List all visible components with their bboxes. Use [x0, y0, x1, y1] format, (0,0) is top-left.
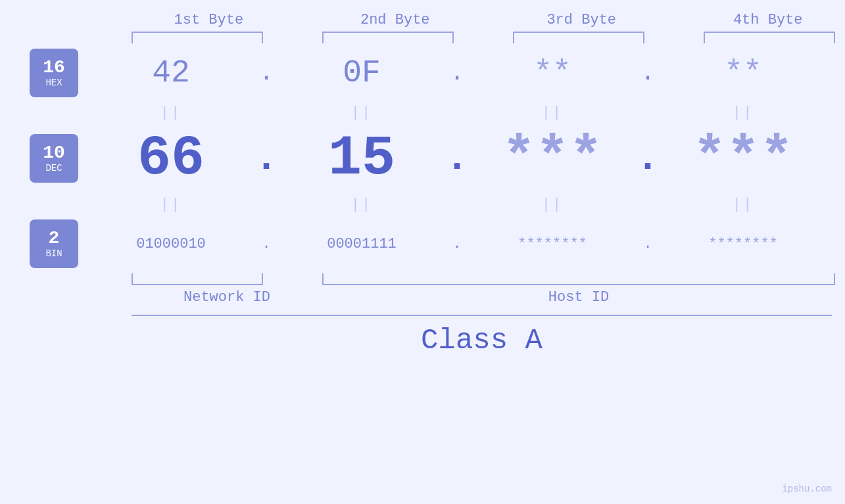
bracket-3	[513, 32, 644, 43]
class-label: Class A	[421, 324, 543, 357]
dec-row: 66 . 15 . *** . ***	[92, 126, 845, 191]
eq2-4: ||	[664, 196, 822, 213]
dec-dot-3: .	[631, 136, 664, 181]
bin-row: 01000010 . 00001111 . ******** .	[92, 218, 845, 270]
dec-byte-4: ***	[664, 127, 822, 191]
eq-3: ||	[473, 104, 631, 121]
byte-2-label: 2nd Byte	[360, 12, 430, 28]
bracket-2	[322, 32, 454, 43]
bracket-4	[704, 32, 835, 43]
eq2-1: ||	[92, 196, 250, 213]
bin-dot-3: .	[631, 236, 664, 252]
host-id-label: Host ID	[322, 289, 835, 306]
bin-byte-3: ********	[473, 236, 631, 252]
dec-badge: 10 DEC	[30, 134, 78, 183]
eq-2: ||	[283, 104, 441, 121]
byte-header-1: 1st Byte	[132, 12, 286, 28]
byte-header-4: 4th Byte	[690, 12, 845, 28]
bin-byte-4: ********	[664, 236, 822, 252]
byte-1-label: 1st Byte	[174, 12, 243, 28]
eq-4: ||	[664, 104, 822, 121]
bottom-brackets-section: Network ID Host ID	[132, 273, 845, 306]
hex-byte-3: **	[473, 55, 631, 91]
hex-badge: 16 HEX	[30, 49, 78, 97]
badges-column: 16 HEX 10 DEC 2 BIN	[0, 47, 92, 270]
bracket-1	[132, 32, 263, 43]
host-bracket	[322, 273, 835, 285]
hex-dot-3: .	[631, 60, 664, 87]
byte-header-3: 3rd Byte	[504, 12, 659, 28]
network-id-label: Network ID	[132, 289, 322, 306]
bin-dot-2: .	[441, 236, 473, 252]
hex-byte-1: 42	[92, 55, 250, 91]
byte-4-label: 4th Byte	[733, 12, 803, 28]
equals-row-1: || || || ||	[92, 99, 845, 126]
bin-dot-1: .	[250, 236, 283, 252]
class-section: Class A	[132, 315, 832, 357]
hex-byte-2: 0F	[283, 55, 441, 91]
hex-dot-2: .	[441, 60, 473, 87]
eq-1: ||	[92, 104, 250, 121]
hex-row: 42 . 0F . ** . **	[92, 47, 845, 99]
bin-byte-2: 00001111	[283, 236, 441, 252]
bin-byte-1: 01000010	[92, 236, 250, 252]
dec-byte-2: 15	[283, 127, 441, 191]
equals-row-2: || || || ||	[92, 191, 845, 218]
page-container: 1st Byte 2nd Byte 3rd Byte 4th Byte	[0, 0, 845, 357]
hex-byte-4: **	[664, 55, 822, 91]
dec-dot-1: .	[250, 136, 283, 181]
watermark: ipshu.com	[782, 484, 832, 494]
eq2-2: ||	[283, 196, 441, 213]
hex-dot-1: .	[250, 60, 283, 87]
dec-byte-3: ***	[473, 127, 631, 191]
eq2-3: ||	[473, 196, 631, 213]
bin-badge: 2 BIN	[30, 219, 78, 268]
dec-byte-1: 66	[92, 127, 250, 191]
byte-3-label: 3rd Byte	[546, 12, 616, 28]
byte-header-2: 2nd Byte	[318, 12, 472, 28]
data-columns: 42 . 0F . ** . **	[92, 47, 845, 270]
network-bracket	[132, 273, 263, 285]
dec-dot-2: .	[441, 136, 473, 181]
